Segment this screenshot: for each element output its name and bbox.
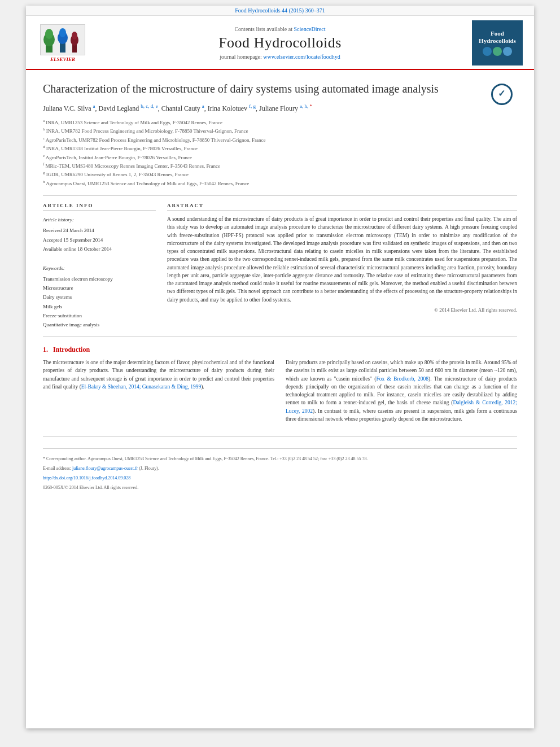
affiliation-a: a INRA, UMR1253 Science and Technology o… — [43, 118, 517, 126]
available-date: Available online 18 October 2014 — [43, 244, 156, 254]
abstract-col: ABSTRACT A sound understanding of the mi… — [167, 203, 517, 329]
elsevier-label: ELSEVIER — [50, 56, 75, 62]
abstract-text: A sound understanding of the microstruct… — [167, 215, 517, 304]
keyword-6: Quantitative image analysis — [43, 320, 156, 329]
keywords-section: Keywords: Transmission electron microsco… — [43, 264, 156, 329]
accepted-date: Accepted 15 September 2014 — [43, 235, 156, 244]
citation-text: Food Hydrocolloids 44 (2015) 360–371 — [235, 7, 325, 14]
elsevier-image — [40, 24, 85, 55]
article-info-col: ARTICLE INFO Article history: Received 2… — [43, 203, 156, 329]
intro-right-para: Dairy products are principally based on … — [286, 359, 517, 423]
affiliation-c: c AgroParisTech, UMR782 Food Process Eng… — [43, 136, 517, 144]
history-label: Article history: — [43, 215, 156, 224]
email-link[interactable]: juliane.floury@agrocampus-ouest.fr — [72, 466, 138, 471]
affiliation-e: e AgroParisTech, Institut Jean-Pierre Bo… — [43, 153, 517, 161]
issn-line: 0268-005X/© 2014 Elsevier Ltd. All right… — [43, 484, 517, 492]
keyword-4: Milk gels — [43, 302, 156, 311]
footer-divider — [43, 448, 517, 449]
copyright-line: © 2014 Elsevier Ltd. All rights reserved… — [167, 307, 517, 313]
crossmark-icon: ✓ — [491, 84, 513, 105]
journal-header: ELSEVIER Contents lists available at Sci… — [26, 16, 534, 70]
affiliation-b: b INRA, UMR782 Food Process Engineering … — [43, 126, 517, 135]
keyword-1: Transmission electron microscopy — [43, 274, 156, 283]
elsevier-tree-icon — [43, 25, 82, 54]
svg-point-8 — [72, 32, 77, 40]
article-title-container: Characterization of the microstructure o… — [43, 81, 517, 96]
affiliations: a INRA, UMR1253 Science and Technology o… — [43, 118, 517, 187]
article-title-text: Characterization of the microstructure o… — [43, 82, 439, 95]
affiliation-f: f MRic-TEM, UMS3480 Microscopy Rennes Im… — [43, 161, 517, 170]
keywords-label: Keywords: — [43, 264, 156, 273]
svg-point-2 — [45, 29, 53, 39]
article-info-abstract: ARTICLE INFO Article history: Received 2… — [43, 203, 517, 329]
sciencedirect-link[interactable]: ScienceDirect — [294, 26, 325, 32]
introduction-section: 1. Introduction The microstructure is on… — [43, 346, 517, 427]
fh-circle-3 — [503, 47, 512, 56]
received-date: Received 24 March 2014 — [43, 226, 156, 235]
email-note: E-mail address: juliane.floury@agrocampu… — [43, 465, 517, 473]
keyword-2: Microstructure — [43, 283, 156, 292]
available-text: Contents lists available at ScienceDirec… — [94, 26, 466, 32]
journal-center: Contents lists available at ScienceDirec… — [88, 26, 472, 60]
elsevier-logo: ELSEVIER — [37, 24, 88, 62]
fh-logo-circles — [483, 47, 512, 56]
journal-logo-right: FoodHydrocolloids — [472, 20, 523, 65]
homepage-link[interactable]: www.elsevier.com/locate/foodhyd — [263, 54, 340, 60]
crossmark-badge: ✓ — [486, 81, 517, 107]
ref-dalgleish[interactable]: Dalgleish & Corredig, 2012; Lucey, 2002 — [286, 400, 517, 413]
doi-link[interactable]: http://dx.doi.org/10.1016/j.foodhyd.2014… — [43, 475, 130, 480]
affiliation-h: h Agrocampus Ouest, UMR1253 Science and … — [43, 179, 517, 187]
divider-2 — [43, 336, 517, 337]
intro-left-para: The microstructure is one of the major d… — [43, 359, 274, 391]
doi-line: http://dx.doi.org/10.1016/j.foodhyd.2014… — [43, 475, 517, 482]
svg-point-5 — [59, 28, 66, 37]
fh-circle-1 — [483, 47, 492, 56]
journal-title: Food Hydrocolloids — [94, 34, 466, 51]
abstract-heading: ABSTRACT — [167, 203, 517, 211]
intro-body: The microstructure is one of the major d… — [43, 359, 517, 427]
intro-left-col: The microstructure is one of the major d… — [43, 359, 274, 427]
affiliation-d: d INRA, UMR1318 Institut Jean-Pierre Bou… — [43, 144, 517, 152]
ref-fox[interactable]: Fox & Brodkorb, 2008 — [376, 376, 428, 382]
journal-homepage: journal homepage: www.elsevier.com/locat… — [94, 54, 466, 60]
page-footer: * Corresponding author. Agrocampus Ouest… — [43, 436, 517, 491]
fh-circle-2 — [493, 47, 502, 56]
intro-right-col: Dairy products are principally based on … — [286, 359, 517, 427]
authors-line: Juliana V.C. Silva a, David Legland b, c… — [43, 103, 517, 113]
main-content: Characterization of the microstructure o… — [26, 70, 534, 505]
journal-citation: Food Hydrocolloids 44 (2015) 360–371 — [26, 6, 534, 16]
keyword-5: Freeze-substitution — [43, 311, 156, 320]
article-history: Article history: Received 24 March 2014 … — [43, 215, 156, 254]
fh-logo-title: FoodHydrocolloids — [479, 30, 516, 45]
keyword-3: Dairy systems — [43, 292, 156, 302]
corresponding-author-note: * Corresponding author. Agrocampus Ouest… — [43, 456, 517, 463]
article-info-heading: ARTICLE INFO — [43, 203, 156, 211]
intro-title: 1. Introduction — [43, 346, 517, 354]
divider-1 — [43, 195, 517, 196]
ref-elbakry[interactable]: El-Bakry & Sheehan, 2014; Gunasekaran & … — [81, 384, 201, 390]
affiliation-g: g IGDR, UMR6290 University of Rennes 1, … — [43, 170, 517, 178]
